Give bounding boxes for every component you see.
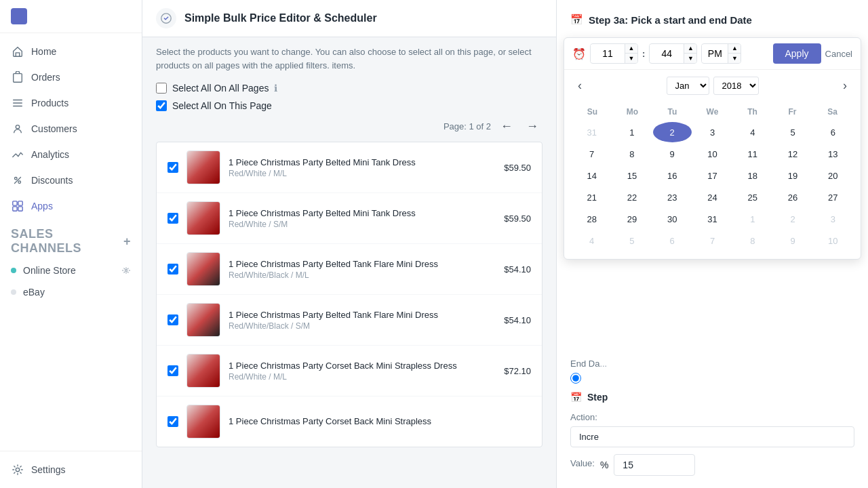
calendar-day[interactable]: 9: [773, 230, 812, 251]
minute-stepper: 44 ▲ ▼: [649, 43, 697, 64]
select-all-page-checkbox[interactable]: [156, 100, 167, 111]
calendar-day[interactable]: 14: [572, 165, 611, 186]
calendar-day[interactable]: 17: [693, 165, 732, 186]
sidebar-item-apps[interactable]: Apps: [0, 193, 142, 219]
calendar-day[interactable]: 6: [653, 230, 692, 251]
table-row: 1 Piece Christmas Party Corset Back Mini…: [157, 346, 542, 396]
pagination: Page: 1 of 2 ← →: [156, 118, 542, 135]
calendar-day[interactable]: 3: [693, 122, 732, 142]
hour-down-btn[interactable]: ▼: [625, 54, 637, 63]
calendar-day[interactable]: 11: [733, 144, 772, 164]
calendar-day[interactable]: 19: [773, 165, 812, 186]
step3b-icon: 📅: [570, 392, 582, 403]
calendar-day[interactable]: 20: [814, 165, 852, 186]
calendar-day[interactable]: 30: [653, 209, 692, 229]
hour-up-btn[interactable]: ▲: [625, 44, 637, 54]
calendar-day[interactable]: 16: [653, 165, 692, 186]
cal-day-name-th: Th: [732, 104, 772, 119]
product-checkbox-3[interactable]: [167, 314, 178, 325]
product-checkbox-5[interactable]: [167, 416, 178, 427]
calendar-next-btn[interactable]: ›: [837, 77, 852, 94]
table-row: 1 Piece Christmas Party Belted Tank Flar…: [157, 244, 542, 295]
calendar-month-select[interactable]: JanFebMarApr MayJunJulAug SepOctNovDec: [667, 77, 709, 95]
calendar-day[interactable]: 15: [612, 165, 651, 186]
calendar-day[interactable]: 4: [572, 230, 611, 251]
calendar-day[interactable]: 21: [572, 187, 611, 207]
calendar-day[interactable]: 28: [572, 209, 611, 229]
cal-day-name-we: We: [692, 104, 732, 119]
minute-down-btn[interactable]: ▼: [684, 54, 696, 63]
product-checkbox-1[interactable]: [167, 213, 178, 224]
time-row: ⏰ 11 ▲ ▼ : 44 ▲ ▼: [564, 38, 861, 70]
product-name-3: 1 Piece Christmas Party Belted Tank Flar…: [229, 310, 496, 320]
calendar-day[interactable]: 29: [612, 209, 651, 229]
calendar-day[interactable]: 5: [773, 122, 812, 142]
sidebar-item-ebay[interactable]: eBay: [0, 281, 142, 303]
sidebar-item-customers[interactable]: Customers: [0, 116, 142, 142]
ampm-input[interactable]: PM: [702, 45, 728, 62]
calendar-day[interactable]: 8: [612, 144, 651, 164]
calendar-day[interactable]: 1: [612, 122, 651, 142]
calendar-day[interactable]: 6: [814, 122, 852, 142]
calendar-day[interactable]: 2: [653, 122, 692, 142]
online-store-settings-icon[interactable]: [121, 266, 131, 275]
calendar-day[interactable]: 23: [653, 187, 692, 207]
pagination-prev-btn[interactable]: ←: [496, 118, 517, 135]
calendar-day[interactable]: 26: [773, 187, 812, 207]
sidebar-item-orders[interactable]: Orders: [0, 64, 142, 90]
ampm-down-btn[interactable]: ▼: [728, 54, 741, 63]
calendar-day[interactable]: 8: [733, 230, 772, 251]
sidebar-item-discounts[interactable]: Discounts: [0, 167, 142, 193]
cancel-button[interactable]: Cancel: [825, 49, 852, 59]
product-checkbox-0[interactable]: [167, 162, 178, 173]
info-icon[interactable]: ℹ: [274, 83, 277, 94]
right-panel: 📅 Step 3a: Pick a start and end Date Sta…: [556, 0, 868, 488]
action-input[interactable]: [570, 426, 854, 447]
calendar-day[interactable]: 10: [693, 144, 732, 164]
calendar-day[interactable]: 1: [733, 209, 772, 229]
product-list: 1 Piece Christmas Party Belted Mini Tank…: [156, 142, 542, 447]
calendar-day[interactable]: 31: [693, 209, 732, 229]
calendar-day[interactable]: 10: [814, 230, 852, 251]
ampm-up-btn[interactable]: ▲: [728, 44, 741, 54]
calendar-day[interactable]: 18: [733, 165, 772, 186]
product-variant-2: Red/White/Black / M/L: [229, 270, 496, 280]
calendar-day[interactable]: 2: [773, 209, 812, 229]
calendar-day[interactable]: 5: [612, 230, 651, 251]
sidebar-item-settings[interactable]: Settings: [0, 457, 142, 483]
sidebar-item-home[interactable]: Home: [0, 39, 142, 64]
product-info-5: 1 Piece Christmas Party Corset Back Mini…: [229, 416, 523, 428]
product-checkbox-4[interactable]: [167, 365, 178, 376]
calendar-day[interactable]: 3: [814, 209, 852, 229]
calendar-day[interactable]: 4: [733, 122, 772, 142]
analytics-icon: [11, 148, 24, 161]
add-channel-icon[interactable]: +: [123, 235, 131, 249]
sidebar-item-analytics[interactable]: Analytics: [0, 142, 142, 167]
product-image-2: [186, 252, 220, 286]
product-checkbox-2[interactable]: [167, 264, 178, 274]
product-price-4: $72.10: [504, 366, 531, 376]
calendar-day[interactable]: 24: [693, 187, 732, 207]
hour-input[interactable]: 11: [591, 45, 625, 62]
minute-input[interactable]: 44: [650, 45, 684, 62]
calendar-prev-btn[interactable]: ‹: [572, 77, 587, 94]
sidebar-item-products[interactable]: Products: [0, 90, 142, 116]
apply-button[interactable]: Apply: [773, 43, 821, 64]
calendar-day[interactable]: 13: [814, 144, 852, 164]
sidebar-item-online-store[interactable]: Online Store: [0, 260, 142, 281]
calendar-day[interactable]: 27: [814, 187, 852, 207]
calendar-day[interactable]: 7: [693, 230, 732, 251]
calendar-day[interactable]: 7: [572, 144, 611, 164]
calendar-day[interactable]: 31: [572, 122, 611, 142]
minute-up-btn[interactable]: ▲: [684, 44, 696, 54]
select-all-pages-checkbox[interactable]: [156, 83, 167, 94]
calendar-year-select[interactable]: 201720182019: [713, 77, 759, 95]
calendar-day[interactable]: 12: [773, 144, 812, 164]
calendar-day[interactable]: 9: [653, 144, 692, 164]
end-date-radio[interactable]: [570, 373, 581, 384]
calendar-day[interactable]: 25: [733, 187, 772, 207]
calendar-day[interactable]: 22: [612, 187, 651, 207]
table-row: 1 Piece Christmas Party Belted Mini Tank…: [157, 193, 542, 244]
value-input[interactable]: [614, 454, 695, 476]
pagination-next-btn[interactable]: →: [522, 118, 542, 135]
